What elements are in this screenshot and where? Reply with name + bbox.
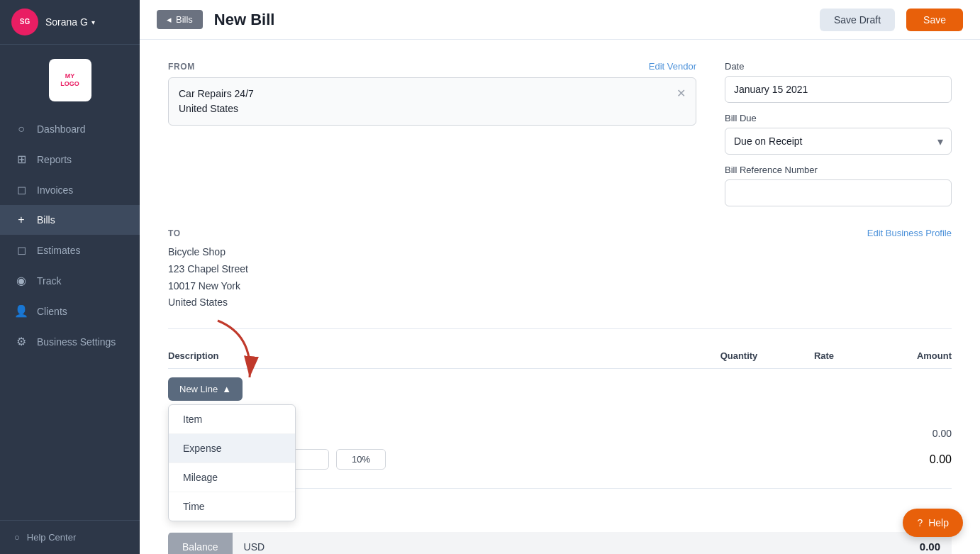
sidebar-item-label: Estimates: [37, 245, 80, 256]
new-line-area: New Line ▲ Item Expense Mileage Time: [168, 377, 952, 401]
new-line-dropdown: Item Expense Mileage Time: [168, 404, 296, 521]
sidebar-item-label: Reports: [37, 154, 72, 165]
dropdown-item-expense[interactable]: Expense: [169, 434, 295, 463]
rate-col-header: Rate: [781, 350, 867, 361]
save-draft-button[interactable]: Save Draft: [820, 9, 895, 31]
sidebar-item-label: Track: [37, 275, 61, 287]
dropdown-item-time[interactable]: Time: [169, 492, 295, 521]
reports-icon: ⊞: [14, 153, 28, 166]
balance-currency: USD: [233, 533, 277, 554]
back-button[interactable]: ◂ Bills: [157, 10, 203, 29]
help-circle-icon: ?: [917, 517, 923, 528]
sidebar-header: SG Sorana G ▾: [0, 0, 140, 45]
sidebar-item-track[interactable]: ◉ Track: [0, 265, 140, 296]
invoices-icon: ◻: [14, 183, 28, 196]
quantity-col-header: Quantity: [696, 350, 781, 361]
bill-ref-label: Bill Reference Number: [725, 165, 952, 175]
sidebar-item-estimates[interactable]: ◻ Estimates: [0, 235, 140, 265]
tax-pct-input[interactable]: [336, 449, 386, 470]
date-section: Date Bill Due Due on Receipt Net 15 Net …: [725, 61, 952, 206]
from-to-row: From Edit Vendor Car Repairs 24/7 United…: [168, 61, 952, 206]
sidebar-item-dashboard[interactable]: ○ Dashboard: [0, 114, 140, 144]
bill-ref-input[interactable]: [725, 179, 952, 206]
estimates-icon: ◻: [14, 243, 28, 257]
topbar: ◂ Bills New Bill Save Draft Save: [140, 0, 980, 40]
to-label-row: To Edit Business Profile: [168, 228, 952, 238]
help-center-label: Help Center: [27, 532, 76, 543]
new-line-section: New Line ▲ Item Expense Mileage Time: [168, 377, 952, 401]
subtotal-value: 0.00: [909, 428, 952, 439]
new-line-button[interactable]: New Line ▲: [168, 377, 243, 401]
edit-business-link[interactable]: Edit Business Profile: [867, 228, 952, 238]
chevron-up-icon: ▲: [222, 384, 231, 394]
sidebar-item-clients[interactable]: 👤 Clients: [0, 296, 140, 326]
help-button[interactable]: ? Help: [903, 509, 963, 537]
bill-due-label: Bill Due: [725, 113, 952, 123]
sidebar-nav: ○ Dashboard ⊞ Reports ◻ Invoices + Bills…: [0, 109, 140, 520]
page-title: New Bill: [214, 11, 808, 29]
save-button[interactable]: Save: [906, 9, 963, 31]
date-label: Date: [725, 61, 952, 72]
bill-due-select[interactable]: Due on Receipt Net 15 Net 30 Net 60 Cust…: [725, 128, 952, 155]
clients-icon: 👤: [14, 304, 28, 318]
date-input[interactable]: [725, 76, 952, 103]
help-icon: ○: [14, 532, 20, 543]
bill-due-wrapper: Due on Receipt Net 15 Net 30 Net 60 Cust…: [725, 128, 952, 155]
back-label: Bills: [176, 14, 193, 25]
dashboard-icon: ○: [14, 123, 28, 135]
sidebar-item-label: Bills: [37, 214, 55, 226]
amount-col-header: Amount: [867, 350, 952, 361]
description-col-header: Description: [168, 350, 696, 361]
divider: [168, 328, 952, 329]
from-section: From Edit Vendor Car Repairs 24/7 United…: [168, 61, 696, 206]
sidebar-logo-area: MYLOGO: [0, 45, 140, 109]
dropdown-item-mileage[interactable]: Mileage: [169, 463, 295, 492]
content-area: From Edit Vendor Car Repairs 24/7 United…: [140, 40, 980, 554]
close-icon[interactable]: ✕: [676, 87, 686, 100]
edit-vendor-link[interactable]: Edit Vendor: [649, 61, 696, 72]
sidebar-item-reports[interactable]: ⊞ Reports: [0, 144, 140, 174]
balance-row: Balance USD 0.00: [168, 532, 952, 554]
vendor-info: Car Repairs 24/7 United States: [179, 87, 254, 116]
dropdown-item-item[interactable]: Item: [169, 405, 295, 434]
sidebar-item-business-settings[interactable]: ⚙ Business Settings: [0, 326, 140, 357]
sidebar: SG Sorana G ▾ MYLOGO ○ Dashboard ⊞ Repor…: [0, 0, 140, 554]
sidebar-footer-help[interactable]: ○ Help Center: [0, 520, 140, 554]
balance-label: Balance: [168, 533, 233, 554]
back-icon: ◂: [167, 14, 172, 25]
vendor-box: Car Repairs 24/7 United States ✕: [168, 77, 696, 126]
sidebar-item-label: Invoices: [37, 184, 73, 196]
to-address: Bicycle Shop 123 Chapel Street 10017 New…: [168, 244, 952, 311]
avatar: SG: [11, 9, 38, 35]
to-section: To Edit Business Profile Bicycle Shop 12…: [168, 228, 952, 311]
main-area: ◂ Bills New Bill Save Draft Save From Ed…: [140, 0, 980, 554]
sidebar-username: Sorana G ▾: [45, 16, 95, 28]
sidebar-item-invoices[interactable]: ◻ Invoices: [0, 174, 140, 205]
line-items-header: Description Quantity Rate Amount: [168, 343, 952, 369]
sidebar-item-label: Dashboard: [37, 123, 86, 135]
sidebar-item-label: Business Settings: [37, 336, 116, 348]
sidebar-item-bills[interactable]: + Bills: [0, 205, 140, 235]
sidebar-logo: MYLOGO: [49, 59, 91, 101]
sidebar-item-label: Clients: [37, 306, 67, 317]
chevron-down-icon: ▾: [91, 18, 95, 26]
track-icon: ◉: [14, 274, 28, 287]
bills-icon: +: [14, 214, 28, 226]
from-label: From Edit Vendor: [168, 61, 696, 72]
tax-value: 0.00: [909, 453, 952, 466]
business-settings-icon: ⚙: [14, 335, 28, 348]
